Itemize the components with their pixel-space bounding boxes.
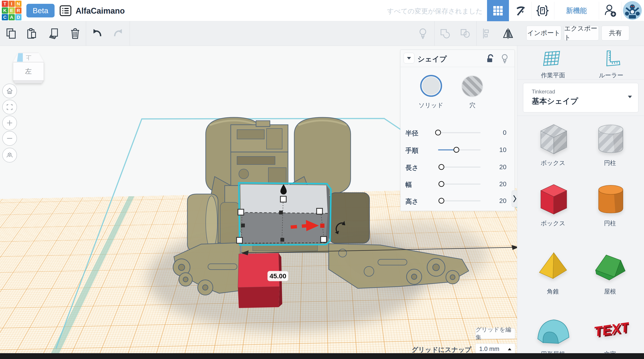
shape-inspector-panel: シェイプ ソリッド 穴 半径 0 手順 10 長さ 20: [400, 50, 515, 211]
chevron-collapse-icon: [513, 195, 516, 202]
fit-view-button[interactable]: [2, 100, 17, 114]
copy-button[interactable]: [5, 27, 18, 40]
home-view-button[interactable]: [2, 84, 17, 98]
edit-grid-button[interactable]: グリッドを編集: [476, 328, 515, 339]
shape-item-pyramid[interactable]: 角錐: [527, 248, 579, 296]
dashboard-grid-button[interactable]: [487, 0, 509, 21]
whats-new-link[interactable]: 新機能: [554, 0, 598, 21]
delete-icon: [69, 28, 81, 39]
view-cube-front-face[interactable]: 左: [13, 62, 44, 80]
gearbox-detail: [266, 128, 282, 149]
round-roof-icon: [534, 311, 572, 349]
radius-slider[interactable]: [438, 132, 480, 133]
shape-item-box-hole[interactable]: ボックス: [527, 120, 579, 167]
share-button[interactable]: 共有: [602, 26, 629, 40]
divider: [476, 21, 477, 46]
chevron-down-icon: [628, 96, 632, 98]
workplane-tool[interactable]: 作業平面: [528, 48, 578, 79]
slider-row-steps: 手順 10: [400, 143, 514, 156]
divider: [622, 2, 622, 20]
slider-row-height: 高さ 20: [400, 194, 514, 208]
avatar[interactable]: [623, 1, 642, 20]
dimension-value[interactable]: 45.00: [268, 271, 288, 281]
3d-viewport[interactable]: 45.00 上 左 シェイプ: [0, 46, 517, 353]
mirror-button[interactable]: [502, 27, 514, 40]
tinkercad-logo[interactable]: T I N K E R C A D: [2, 1, 22, 21]
lock-open-icon[interactable]: [486, 54, 495, 64]
divider: [554, 2, 554, 20]
beta-badge: Beta: [26, 4, 54, 18]
minecraft-export-button[interactable]: [510, 0, 531, 21]
code-blocks-icon: [536, 4, 549, 17]
chevron-up-icon: [508, 348, 512, 350]
steps-slider[interactable]: [438, 149, 480, 150]
divider: [130, 21, 130, 46]
top-bar: T I N K E R C A D Beta AlfaCaimano すべての変…: [0, 0, 644, 21]
divider: [517, 79, 644, 80]
wheel-highlight: [298, 120, 346, 125]
paste-button[interactable]: [25, 27, 38, 40]
solid-material-button[interactable]: [420, 75, 442, 97]
view-cube[interactable]: 上 左: [13, 53, 44, 84]
mirror-icon: [502, 28, 514, 39]
codeblocks-button[interactable]: [532, 0, 554, 21]
motor-detail: [268, 168, 286, 183]
document-properties-icon[interactable]: [60, 5, 72, 16]
ungroup-button[interactable]: [459, 27, 472, 40]
lightbulb-icon[interactable]: [500, 54, 509, 64]
shape-item-cylinder-solid[interactable]: 円柱: [584, 180, 636, 227]
snap-grid-select[interactable]: 1.0 mm: [476, 344, 515, 353]
slider-row-length: 長さ 20: [400, 160, 514, 174]
divider: [517, 116, 644, 116]
view-cube-bottom-edge: [14, 80, 43, 83]
align-icon: [481, 28, 493, 39]
copy-icon: [6, 28, 17, 39]
divider: [599, 2, 599, 20]
person-add-icon: [604, 4, 616, 17]
box-hole-icon: [534, 120, 572, 158]
text-shape-icon: TEXT TEXT: [591, 311, 629, 349]
shape-item-roof[interactable]: 屋根: [584, 248, 636, 296]
export-button[interactable]: エクスポート: [564, 26, 599, 40]
wheel-highlight: [210, 120, 258, 125]
undo-button[interactable]: [91, 27, 104, 40]
shape-item-cylinder-hole[interactable]: 円柱: [584, 120, 636, 167]
inspector-collapse-button[interactable]: [404, 53, 414, 64]
duplicate-icon: [48, 28, 60, 39]
hole-material-button[interactable]: [461, 75, 483, 97]
rear-wheel-left: [206, 117, 262, 195]
solid-label: ソリッド: [415, 101, 446, 109]
group-button[interactable]: [438, 27, 452, 40]
perspective-toggle-button[interactable]: [2, 148, 17, 162]
grid-axis-band-vertical: [128, 46, 377, 196]
chevron-down-icon: [407, 57, 411, 60]
zoom-out-icon: [5, 134, 14, 142]
ruler-tool[interactable]: ルーラー: [586, 48, 636, 79]
delete-button[interactable]: [69, 27, 82, 40]
shape-item-round-roof[interactable]: 円形屋根: [527, 311, 579, 358]
width-slider[interactable]: [438, 184, 480, 185]
align-button[interactable]: [480, 27, 494, 40]
undo-icon: [92, 28, 103, 39]
shape-item-text[interactable]: TEXT TEXT 文字: [584, 311, 636, 358]
duplicate-button[interactable]: [47, 27, 60, 40]
document-title[interactable]: AlfaCaimano: [76, 6, 125, 16]
box-solid-icon: [534, 180, 572, 218]
zoom-out-button[interactable]: [2, 131, 17, 146]
gear: [239, 169, 249, 179]
ruler-icon: [601, 48, 621, 69]
length-slider[interactable]: [438, 166, 480, 168]
height-slider[interactable]: [438, 200, 480, 202]
gearbox-detail: [237, 130, 264, 139]
invite-button[interactable]: [599, 0, 621, 21]
pickaxe-icon: [515, 5, 526, 16]
slider-row-radius: 半径 0: [400, 126, 514, 139]
sidebar-collapse-tab[interactable]: [512, 190, 518, 207]
show-all-button[interactable]: [416, 27, 429, 40]
redo-button[interactable]: [111, 27, 124, 40]
zoom-in-button[interactable]: [2, 116, 17, 130]
shape-item-box-solid[interactable]: ボックス: [527, 180, 579, 227]
shape-collection-select[interactable]: Tinkercad 基本シェイプ: [523, 83, 638, 112]
import-button[interactable]: インポート: [526, 26, 561, 40]
group-icon: [439, 28, 451, 39]
